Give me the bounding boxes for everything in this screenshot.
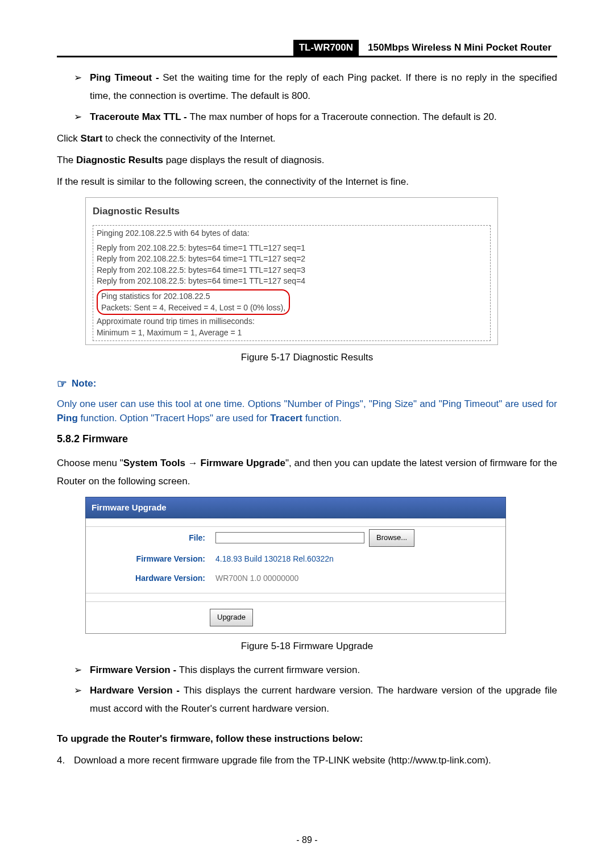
browse-button[interactable]: Browse... <box>369 529 414 547</box>
figure-5-17-caption: Figure 5-17 Diagnostic Results <box>57 348 557 367</box>
diagnostic-output-box: Pinging 202.108.22.5 with 64 bytes of da… <box>93 225 491 341</box>
ping-stats-line: Packets: Sent = 4, Received = 4, Lost = … <box>101 302 285 314</box>
hardware-version-label: Hardware Version: <box>92 571 215 586</box>
click-start-paragraph: Click Start to check the connectivity of… <box>57 130 557 148</box>
page-header: TL-WR700N 150Mbps Wireless N Mini Pocket… <box>57 40 557 57</box>
step-4-row: 4. Download a more recent firmware upgra… <box>57 751 557 770</box>
ping-minmax-line: Minimum = 1, Maximum = 1, Average = 1 <box>97 327 487 339</box>
note-label: Note: <box>72 375 96 393</box>
ping-reply: Reply from 202.108.22.5: bytes=64 time=1… <box>97 276 487 287</box>
section-5-8-2-heading: 5.8.2 Firmware <box>57 429 557 448</box>
if-result-paragraph: If the result is similar to the followin… <box>57 173 557 191</box>
firmware-version-label: Firmware Version: <box>92 551 215 567</box>
file-label: File: <box>92 530 215 546</box>
pointing-hand-icon: ☞ <box>57 373 67 394</box>
ping-reply: Reply from 202.108.22.5: bytes=64 time=1… <box>97 265 487 276</box>
ping-approx-line: Approximate round trip times in millisec… <box>97 316 487 327</box>
step-number: 4. <box>57 751 74 770</box>
file-input[interactable] <box>215 532 364 543</box>
ping-line: Pinging 202.108.22.5 with 64 bytes of da… <box>97 228 487 239</box>
firmware-version-value: 4.18.93 Build 130218 Rel.60322n <box>215 551 334 567</box>
ping-reply: Reply from 202.108.22.5: bytes=64 time=1… <box>97 243 487 254</box>
bullet-arrow-icon: ➢ <box>74 661 90 679</box>
diagnostic-results-title: Diagnostic Results <box>93 202 491 223</box>
bullet-traceroute: Traceroute Max TTL - The max number of h… <box>90 108 557 126</box>
upgrade-instructions-heading: To upgrade the Router's firmware, follow… <box>57 730 557 748</box>
diagnostic-results-figure: Diagnostic Results Pinging 202.108.22.5 … <box>85 197 498 346</box>
doc-title: 150Mbps Wireless N Mini Pocket Router <box>359 40 557 56</box>
ping-stats-highlight: Ping statistics for 202.108.22.5 Packets… <box>97 289 290 315</box>
ping-stats-line: Ping statistics for 202.108.22.5 <box>101 291 285 302</box>
bullet-firmware-version: Firmware Version - This displays the cur… <box>90 661 557 679</box>
choose-menu-paragraph: Choose menu "System Tools → Firmware Upg… <box>57 454 557 491</box>
firmware-upgrade-header: Firmware Upgrade <box>85 497 506 519</box>
bullet-hardware-version: Hardware Version - This displays the cur… <box>90 682 557 719</box>
bullet-arrow-icon: ➢ <box>74 682 90 719</box>
upgrade-button[interactable]: Upgrade <box>210 609 253 626</box>
note-paragraph: Only one user can use this tool at one t… <box>57 397 557 426</box>
firmware-upgrade-figure: Firmware Upgrade File: Browse... Firmwar… <box>85 497 506 634</box>
model-number: TL-WR700N <box>293 40 359 56</box>
bullet-arrow-icon: ➢ <box>74 69 90 106</box>
bullet-ping-timeout: Ping Timeout - Set the waiting time for … <box>90 69 557 106</box>
page-number: - 89 - <box>0 835 614 845</box>
note-header: ☞ Note: <box>57 373 557 394</box>
hardware-version-value: WR700N 1.0 00000000 <box>215 571 298 586</box>
bullet-arrow-icon: ➢ <box>74 108 90 126</box>
diagnostic-results-paragraph: The Diagnostic Results page displays the… <box>57 151 557 169</box>
step-text: Download a more recent firmware upgrade … <box>74 751 557 770</box>
figure-5-18-caption: Figure 5-18 Firmware Upgrade <box>57 637 557 655</box>
ping-reply: Reply from 202.108.22.5: bytes=64 time=1… <box>97 254 487 265</box>
